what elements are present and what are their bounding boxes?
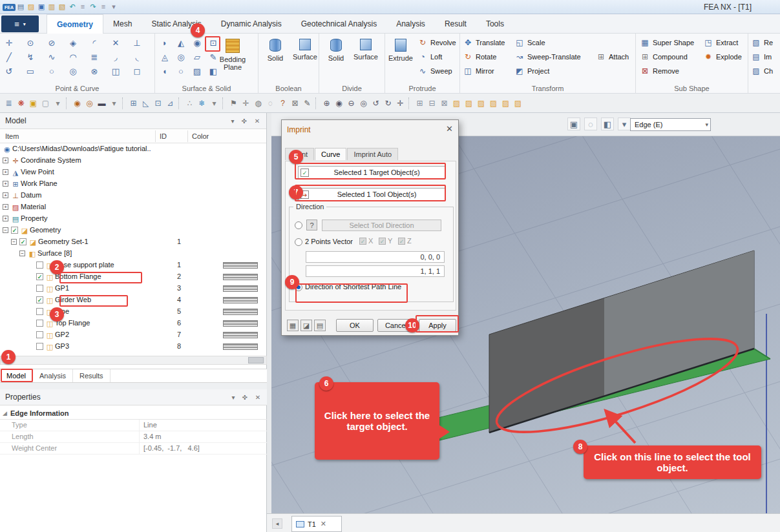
ellipse-icon[interactable]: ◎ bbox=[67, 65, 79, 78]
paste-icon[interactable]: ▧ bbox=[57, 3, 67, 11]
clipped-ch-button[interactable]: ▨Ch bbox=[751, 64, 773, 78]
collapse-icon[interactable]: − bbox=[19, 251, 25, 256]
window-hsplit-icon[interactable]: ⊟ bbox=[426, 97, 438, 110]
checkbox[interactable]: ✓ bbox=[11, 227, 18, 234]
panel-menu-icon[interactable]: ▾ bbox=[228, 389, 238, 405]
workset-folder-5-icon[interactable]: ▨ bbox=[500, 97, 512, 110]
face-icon[interactable]: ◧ bbox=[207, 65, 220, 78]
ring-face-icon[interactable]: ○ bbox=[174, 65, 187, 78]
tree-row-geometry[interactable]: −✓◪Geometry bbox=[0, 225, 267, 236]
imprint-icon[interactable]: ⊡ bbox=[207, 37, 220, 50]
workset-folder-4-icon[interactable]: ▨ bbox=[487, 97, 500, 110]
protrude-sweep-button[interactable]: ∿Sweep bbox=[417, 64, 456, 78]
clear-selection-icon[interactable]: ◪ bbox=[300, 320, 312, 331]
tree-row-view-point[interactable]: +◮View Point bbox=[0, 167, 267, 178]
checkbox[interactable] bbox=[36, 320, 43, 327]
transform-rotate-button[interactable]: ↻Rotate bbox=[463, 50, 505, 64]
undo-menu-icon[interactable]: ≡ bbox=[78, 3, 88, 10]
break-curve-icon[interactable]: ◻ bbox=[131, 65, 143, 78]
auto-connect-icon[interactable]: ◉ bbox=[71, 97, 83, 110]
protrude-revolve-button[interactable]: ↻Revolve bbox=[417, 36, 456, 50]
corner-line-icon[interactable]: ◜ bbox=[88, 37, 101, 50]
redo-menu-icon[interactable]: ≡ bbox=[98, 3, 109, 10]
workset-folder-3-icon[interactable]: ▨ bbox=[475, 97, 487, 110]
customize-toolbar-icon[interactable]: ▾ bbox=[109, 3, 119, 11]
intersection-point-icon[interactable]: ⊙ bbox=[24, 37, 37, 50]
panel-tab-results[interactable]: Results bbox=[73, 369, 111, 382]
ok-button[interactable]: OK bbox=[336, 319, 374, 332]
axis-check-x[interactable]: ✓X bbox=[359, 237, 373, 245]
divide-solid-button[interactable]: Solid bbox=[322, 36, 350, 78]
manual-connect-icon[interactable]: ◎ bbox=[83, 97, 96, 110]
color-swatch[interactable] bbox=[223, 297, 258, 303]
rectangle-icon[interactable]: ▭ bbox=[24, 65, 37, 78]
collapse-icon[interactable]: − bbox=[3, 227, 8, 233]
open-file-icon[interactable]: ▨ bbox=[26, 3, 36, 11]
tree-row-pipe[interactable]: ◫Pipe5 bbox=[0, 306, 267, 318]
tab-scroll-left-icon[interactable]: ◂ bbox=[272, 518, 282, 529]
tree-row-gp1[interactable]: ◫GP13 bbox=[0, 283, 267, 294]
node-snap-icon[interactable]: ◍ bbox=[252, 97, 264, 110]
lock-icon[interactable]: ▣ bbox=[27, 97, 39, 110]
tree-row-geometry-set-1[interactable]: −✓◪Geometry Set-11 bbox=[0, 236, 267, 248]
clipped-im-button[interactable]: ▤Im bbox=[751, 50, 773, 64]
cylinder-icon[interactable]: ◗ bbox=[158, 37, 171, 50]
app-menu-button[interactable]: ≡▾ bbox=[1, 15, 39, 32]
horizontal-scrollbar[interactable]: ◂ ▸ bbox=[0, 356, 267, 365]
transform-scale-button[interactable]: ◱Scale bbox=[514, 36, 581, 50]
sketch-face-icon[interactable]: ✎ bbox=[207, 51, 220, 64]
checkbox[interactable] bbox=[36, 285, 43, 292]
query-icon[interactable]: ? bbox=[277, 97, 289, 110]
pin-icon[interactable]: ✜ bbox=[240, 389, 250, 405]
vector-from-field[interactable]: 0, 0, 0 bbox=[306, 251, 445, 263]
sub-shape-extract-button[interactable]: ◳Extract bbox=[703, 36, 742, 50]
close-icon[interactable]: ✕ bbox=[446, 124, 453, 134]
tree-row-coordinate-system[interactable]: +✛Coordinate System bbox=[0, 155, 267, 167]
perpendicular-point-icon[interactable]: ⊥ bbox=[131, 37, 143, 50]
color-swatch[interactable] bbox=[223, 262, 258, 269]
tab-mesh[interactable]: Mesh bbox=[103, 14, 142, 34]
arc-icon[interactable]: ◠ bbox=[67, 51, 79, 64]
color-swatch[interactable] bbox=[223, 332, 258, 338]
tab-curve[interactable]: Curve bbox=[315, 148, 346, 160]
scroll-left-icon[interactable]: ◂ bbox=[1, 357, 10, 363]
extrude-button[interactable]: Extrude bbox=[386, 36, 415, 78]
tree-row-property[interactable]: +▤Property bbox=[0, 213, 267, 225]
hatch-face-icon[interactable]: ▨ bbox=[191, 65, 204, 78]
scrollbar-thumb[interactable] bbox=[248, 357, 264, 363]
intersect-curves-icon[interactable]: ⊗ bbox=[88, 65, 101, 78]
pick-edit-icon[interactable]: ✎ bbox=[301, 97, 313, 110]
target-objects-button[interactable]: ✓ Selected 1 Target Object(s) bbox=[298, 166, 445, 179]
tree-row-c-users-midas-downloads-fatigue-tutorial[interactable]: ◉C:\Users\Midas\Downloads\Fatigue tutori… bbox=[0, 143, 267, 155]
lock-menu-chevron-icon[interactable]: ▾ bbox=[52, 97, 64, 110]
checkbox[interactable]: ✓ bbox=[36, 296, 43, 303]
capture-icon[interactable]: ▣ bbox=[567, 118, 580, 130]
tree-row-base-support-plate[interactable]: ◫Base support plate1 bbox=[0, 260, 267, 271]
window-grid-icon[interactable]: ⊞ bbox=[414, 97, 426, 110]
color-swatch[interactable] bbox=[223, 343, 258, 350]
shade-mode-icon[interactable]: ◧ bbox=[601, 118, 614, 130]
freeze-icon[interactable]: ❄ bbox=[196, 97, 208, 110]
tab-analysis[interactable]: Analysis bbox=[386, 14, 435, 34]
close-icon[interactable]: ✕ bbox=[252, 113, 262, 129]
tab-tools[interactable]: Tools bbox=[476, 14, 514, 34]
selection-mode-dropdown[interactable]: Edge (E) ▾ bbox=[630, 118, 711, 131]
cancel-button[interactable]: Cancel bbox=[377, 319, 415, 332]
shortest-path-radio[interactable] bbox=[295, 283, 302, 291]
sub-shape-compound-button[interactable]: ⊞Compound bbox=[640, 50, 694, 64]
divide-surface-button[interactable]: Surface bbox=[352, 36, 380, 78]
color-swatch[interactable] bbox=[223, 274, 258, 280]
display-menu-chevron-icon[interactable]: ▾ bbox=[108, 97, 120, 110]
tab-point[interactable]: Point bbox=[285, 148, 314, 160]
point-on-curve-icon[interactable]: ⊘ bbox=[45, 37, 58, 50]
rotate-cw-icon[interactable]: ↻ bbox=[382, 97, 394, 110]
unlock-icon[interactable]: ▢ bbox=[39, 97, 52, 110]
extend-curve-icon[interactable]: ◟ bbox=[131, 51, 143, 64]
panel-tab-model[interactable]: Model bbox=[0, 369, 33, 382]
copy-icon[interactable]: ▥ bbox=[47, 3, 57, 11]
point-icon[interactable]: ✛ bbox=[3, 37, 16, 50]
protrude-loft-button[interactable]: ◔Loft bbox=[417, 50, 456, 64]
divide-point-icon[interactable]: ◈ bbox=[67, 37, 79, 50]
tab-imprint-auto[interactable]: Imprint Auto bbox=[347, 148, 398, 160]
area-select-icon[interactable]: ⊠ bbox=[289, 97, 301, 110]
